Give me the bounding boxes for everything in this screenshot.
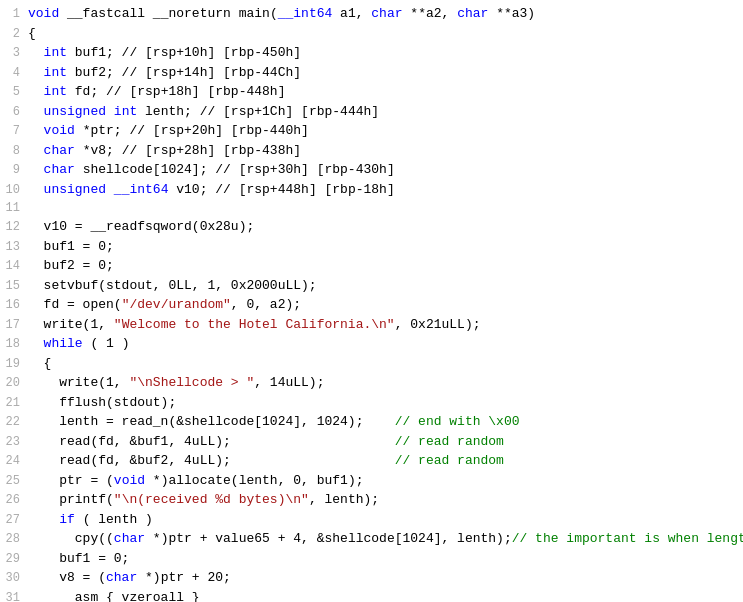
line-content: while ( 1 ) — [28, 334, 743, 354]
code-line: 12 v10 = __readfsqword(0x28u); — [0, 217, 743, 237]
line-number: 6 — [0, 103, 28, 121]
line-content: __asm { vzeroall } — [28, 588, 743, 603]
line-number: 2 — [0, 25, 28, 43]
code-line: 19 { — [0, 354, 743, 374]
code-line: 11 — [0, 199, 743, 217]
line-number: 18 — [0, 335, 28, 353]
plain-text: , lenth); — [309, 492, 379, 507]
code-line: 10 unsigned __int64 v10; // [rsp+448h] [… — [0, 180, 743, 200]
keyword: int — [44, 45, 67, 60]
line-number: 24 — [0, 452, 28, 470]
line-number: 21 — [0, 394, 28, 412]
line-number: 13 — [0, 238, 28, 256]
line-content: buf1 = 0; — [28, 237, 743, 257]
line-number: 4 — [0, 64, 28, 82]
line-number: 29 — [0, 550, 28, 568]
plain-text — [106, 182, 114, 197]
line-content: void __fastcall __noreturn main(__int64 … — [28, 4, 743, 24]
plain-text: lenth = read_n(&shellcode[1024], 1024); — [28, 414, 395, 429]
plain-text — [28, 162, 44, 177]
plain-text: **a2, — [403, 6, 458, 21]
keyword: char — [114, 531, 145, 546]
plain-text: , 14uLL); — [254, 375, 324, 390]
keyword: void — [28, 6, 59, 21]
line-content: int buf2; // [rsp+14h] [rbp-44Ch] — [28, 63, 743, 83]
plain-text — [28, 104, 44, 119]
code-line: 3 int buf1; // [rsp+10h] [rbp-450h] — [0, 43, 743, 63]
line-content: char *v8; // [rsp+28h] [rbp-438h] — [28, 141, 743, 161]
string-literal: "Welcome to the Hotel California.\n" — [114, 317, 395, 332]
plain-text: write(1, — [28, 317, 114, 332]
plain-text: { — [28, 26, 36, 41]
line-content: setvbuf(stdout, 0LL, 1, 0x2000uLL); — [28, 276, 743, 296]
code-line: 21 fflush(stdout); — [0, 393, 743, 413]
code-line: 1void __fastcall __noreturn main(__int64… — [0, 4, 743, 24]
line-number: 17 — [0, 316, 28, 334]
line-number: 22 — [0, 413, 28, 431]
line-number: 5 — [0, 83, 28, 101]
keyword: char — [44, 162, 75, 177]
line-content: fflush(stdout); — [28, 393, 743, 413]
string-literal: "\nShellcode > " — [129, 375, 254, 390]
line-number: 9 — [0, 161, 28, 179]
keyword: char — [457, 6, 488, 21]
plain-text: lenth; // [rsp+1Ch] [rbp-444h] — [137, 104, 379, 119]
plain-text: *)ptr + value65 + 4, &shellcode[1024], l… — [145, 531, 512, 546]
plain-text — [28, 182, 44, 197]
line-number: 7 — [0, 122, 28, 140]
line-content: v8 = (char *)ptr + 20; — [28, 568, 743, 588]
code-line: 31 __asm { vzeroall } — [0, 588, 743, 603]
plain-text — [106, 104, 114, 119]
line-number: 14 — [0, 257, 28, 275]
line-content: unsigned __int64 v10; // [rsp+448h] [rbp… — [28, 180, 743, 200]
line-number: 15 — [0, 277, 28, 295]
plain-text: { — [28, 356, 51, 371]
keyword: int — [44, 84, 67, 99]
code-line: 29 buf1 = 0; — [0, 549, 743, 569]
plain-text: ( 1 ) — [83, 336, 130, 351]
plain-text: *)ptr + 20; — [137, 570, 231, 585]
code-line: 15 setvbuf(stdout, 0LL, 1, 0x2000uLL); — [0, 276, 743, 296]
plain-text: printf( — [28, 492, 114, 507]
comment: // the important is when length equal 0 — [512, 531, 743, 546]
line-content: char shellcode[1024]; // [rsp+30h] [rbp-… — [28, 160, 743, 180]
plain-text: v10 = __readfsqword(0x28u); — [28, 219, 254, 234]
line-number: 23 — [0, 433, 28, 451]
plain-text: ( lenth ) — [75, 512, 153, 527]
plain-text: ( — [270, 6, 278, 21]
line-content: write(1, "\nShellcode > ", 14uLL); — [28, 373, 743, 393]
line-number: 16 — [0, 296, 28, 314]
line-content: void *ptr; // [rsp+20h] [rbp-440h] — [28, 121, 743, 141]
plain-text: read(fd, &buf1, 4uLL); — [28, 434, 395, 449]
plain-text: *v8; // [rsp+28h] [rbp-438h] — [75, 143, 301, 158]
line-number: 30 — [0, 569, 28, 587]
plain-text: *)allocate(lenth, 0, buf1); — [145, 473, 363, 488]
plain-text: buf2 = 0; — [28, 258, 114, 273]
string-literal: "/dev/urandom" — [122, 297, 231, 312]
line-content: { — [28, 24, 743, 44]
keyword: int — [114, 104, 137, 119]
line-number: 31 — [0, 589, 28, 603]
keyword: if — [59, 512, 75, 527]
keyword: void — [44, 123, 75, 138]
comment: // read random — [395, 434, 504, 449]
code-line: 9 char shellcode[1024]; // [rsp+30h] [rb… — [0, 160, 743, 180]
code-viewer: 1void __fastcall __noreturn main(__int64… — [0, 0, 743, 602]
line-number: 8 — [0, 142, 28, 160]
code-line: 6 unsigned int lenth; // [rsp+1Ch] [rbp-… — [0, 102, 743, 122]
code-line: 17 write(1, "Welcome to the Hotel Califo… — [0, 315, 743, 335]
line-content: v10 = __readfsqword(0x28u); — [28, 217, 743, 237]
keyword: char — [106, 570, 137, 585]
plain-text: buf1; // [rsp+10h] [rbp-450h] — [67, 45, 301, 60]
code-line: 22 lenth = read_n(&shellcode[1024], 1024… — [0, 412, 743, 432]
string-literal: "\n(received %d bytes)\n" — [114, 492, 309, 507]
code-line: 18 while ( 1 ) — [0, 334, 743, 354]
code-line: 25 ptr = (void *)allocate(lenth, 0, buf1… — [0, 471, 743, 491]
code-line: 26 printf("\n(received %d bytes)\n", len… — [0, 490, 743, 510]
plain-text: __asm { vzeroall } — [28, 590, 200, 603]
plain-text: a1, — [332, 6, 371, 21]
line-content: fd = open("/dev/urandom", 0, a2); — [28, 295, 743, 315]
keyword: unsigned — [44, 104, 106, 119]
comment: // end with \x00 — [395, 414, 520, 429]
code-line: 24 read(fd, &buf2, 4uLL); // read random — [0, 451, 743, 471]
